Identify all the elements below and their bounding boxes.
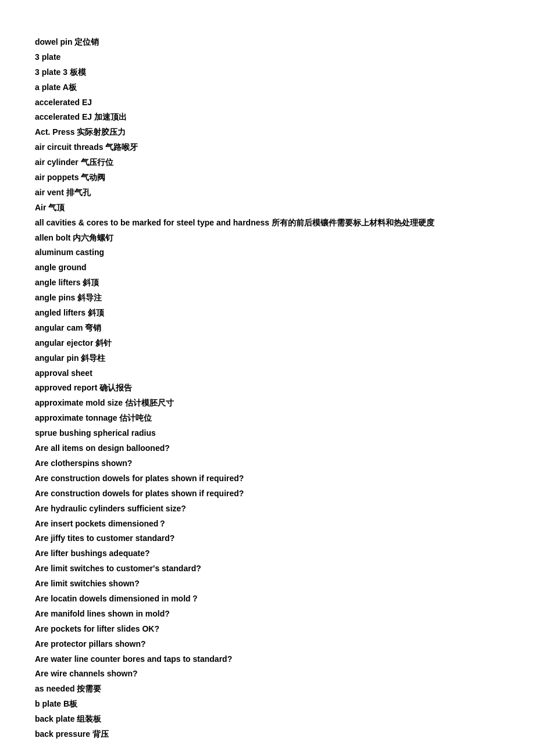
list-item: approximate tonnage 估计吨位 (35, 411, 500, 426)
list-item: angular pin 斜导柱 (35, 351, 500, 366)
list-item: Are water line counter bores and taps to… (35, 652, 500, 667)
list-item: Are protector pillars shown? (35, 637, 500, 652)
list-item: a plate A板 (35, 80, 500, 95)
list-item: b plate B板 (35, 697, 500, 712)
list-item: Are insert pockets dimensioned？ (35, 517, 500, 532)
list-item: Are manifold lines shown in mold? (35, 607, 500, 622)
list-item: air circuit threads 气路喉牙 (35, 140, 500, 155)
list-item: back plate 组装板 (35, 712, 500, 727)
list-item: 3 plate (35, 50, 500, 65)
list-item: approval sheet (35, 366, 500, 381)
list-item: angle lifters 斜顶 (35, 275, 500, 291)
list-item: angled lifters 斜顶 (35, 306, 500, 321)
list-item: Are jiffy tites to customer standard? (35, 531, 500, 546)
list-item: Are hydraulic cylinders sufficient size? (35, 501, 500, 517)
list-item: angular cam 弯销 (35, 321, 500, 336)
list-item: Are wire channels shown? (35, 667, 500, 682)
list-item: back pressure 背压 (35, 727, 500, 742)
list-item: angle pins 斜导注 (35, 291, 500, 306)
list-item: allen bolt 内六角螺钉 (35, 231, 500, 246)
list-item: angular ejector 斜针 (35, 336, 500, 351)
list-item: dowel pin 定位销 (35, 35, 500, 50)
list-item: Are clotherspins shown? (35, 456, 500, 471)
list-item: aluminum casting (35, 245, 500, 260)
list-item: Are all items on design ballooned? (35, 441, 500, 456)
list-item: angle ground (35, 260, 500, 275)
list-item: approved report 确认报告 (35, 381, 500, 396)
list-item: accelerated EJ (35, 95, 500, 110)
list-item: as needed 按需要 (35, 682, 500, 697)
list-item: 3 plate 3 板模 (35, 65, 500, 80)
list-item: Are construction dowels for plates shown… (35, 471, 500, 486)
term-list: dowel pin 定位销3 plate3 plate 3 板模a plate … (35, 35, 500, 742)
list-item: air vent 排气孔 (35, 185, 500, 200)
list-item: approximate mold size 估计模胚尺寸 (35, 396, 500, 411)
list-item: Air 气顶 (35, 200, 500, 216)
list-item: Are locatin dowels dimensioned in mold？ (35, 592, 500, 607)
list-item: Are limit switchies shown? (35, 576, 500, 592)
list-item: Act. Press 实际射胶压力 (35, 125, 500, 140)
list-item: all cavities & cores to be marked for st… (35, 216, 500, 231)
list-item: Are construction dowels for plates shown… (35, 486, 500, 501)
list-item: accelerated EJ 加速顶出 (35, 110, 500, 125)
list-item: Are pockets for lifter slides OK? (35, 622, 500, 637)
list-item: air cylinder 气压行位 (35, 155, 500, 170)
list-item: air poppets 气动阀 (35, 170, 500, 185)
list-item: sprue bushing spherical radius (35, 426, 500, 441)
list-item: Are lifter bushings adequate? (35, 546, 500, 561)
list-item: Are limit switches to customer's standar… (35, 561, 500, 576)
